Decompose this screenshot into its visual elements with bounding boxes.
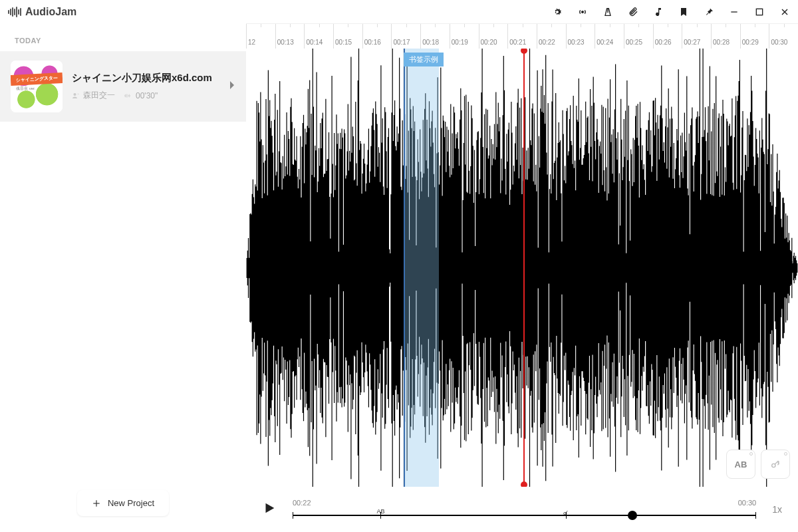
ab-loop-button[interactable]: AB xyxy=(726,450,755,479)
metronome-icon[interactable] xyxy=(602,7,613,17)
section-label-today: TODAY xyxy=(0,23,246,51)
bookmark-label[interactable]: 书签示例 xyxy=(404,53,444,66)
album-art: シャイニングスター 魂音泉 ver. xyxy=(11,61,63,112)
editor-panel: 1200:1300:1400:1500:1600:1700:1800:1900:… xyxy=(246,23,798,532)
broadcast-icon[interactable] xyxy=(577,7,588,17)
svg-rect-10 xyxy=(128,94,128,97)
transport-bar: 00:22 00:30 AB 1x xyxy=(246,487,798,532)
app-title: AudioJam xyxy=(25,6,76,18)
time-ruler[interactable]: 1200:1300:1400:1500:1600:1700:1800:1900:… xyxy=(246,23,798,49)
svg-rect-2 xyxy=(756,9,762,15)
attachment-icon[interactable] xyxy=(628,7,638,17)
plus-icon xyxy=(92,499,101,508)
waveform-area[interactable]: 书签示例 xyxy=(246,49,798,487)
svg-rect-6 xyxy=(124,94,125,96)
total-time: 00:30 xyxy=(738,499,757,507)
minimize-icon[interactable] xyxy=(729,7,739,17)
play-icon xyxy=(262,501,277,515)
close-icon[interactable] xyxy=(779,7,790,17)
svg-rect-13 xyxy=(130,94,130,96)
svg-rect-11 xyxy=(128,94,129,96)
sidebar: TODAY シャイニングスター 魂音泉 ver. シャイニン小刀娱乐网x6d.c… xyxy=(0,23,246,532)
svg-rect-9 xyxy=(127,94,128,98)
playback-speed[interactable]: 1x xyxy=(772,504,782,515)
bookmark-region[interactable] xyxy=(404,49,440,487)
key-tool-button[interactable] xyxy=(761,450,790,479)
track-artist: 森田交一 xyxy=(72,90,115,101)
current-time: 00:22 xyxy=(293,499,311,507)
track-duration: 00'30" xyxy=(124,91,158,100)
seek-bar[interactable]: AB xyxy=(293,511,756,520)
svg-point-16 xyxy=(772,464,775,467)
track-item[interactable]: シャイニングスター 魂音泉 ver. シャイニン小刀娱乐网x6d.com 森田交… xyxy=(0,51,246,122)
svg-rect-12 xyxy=(129,94,130,97)
play-button[interactable] xyxy=(262,501,277,518)
waveform-display xyxy=(246,49,798,487)
settings-icon[interactable] xyxy=(552,7,563,17)
bookmark-icon[interactable] xyxy=(678,7,689,17)
svg-rect-8 xyxy=(126,94,126,97)
playhead[interactable] xyxy=(523,49,525,487)
new-project-button[interactable]: New Project xyxy=(77,490,169,516)
app-logo: AudioJam xyxy=(8,6,76,18)
seek-knob[interactable] xyxy=(628,511,637,520)
track-title: シャイニン小刀娱乐网x6d.com xyxy=(72,72,219,84)
logo-waveform-icon xyxy=(8,7,21,17)
svg-rect-7 xyxy=(125,94,126,97)
pin-icon[interactable] xyxy=(704,7,714,17)
svg-point-0 xyxy=(582,11,584,13)
svg-point-5 xyxy=(74,93,76,96)
key-icon xyxy=(770,459,781,469)
chevron-right-icon xyxy=(229,80,235,92)
music-note-icon[interactable] xyxy=(653,7,664,17)
maximize-icon[interactable] xyxy=(754,7,765,17)
